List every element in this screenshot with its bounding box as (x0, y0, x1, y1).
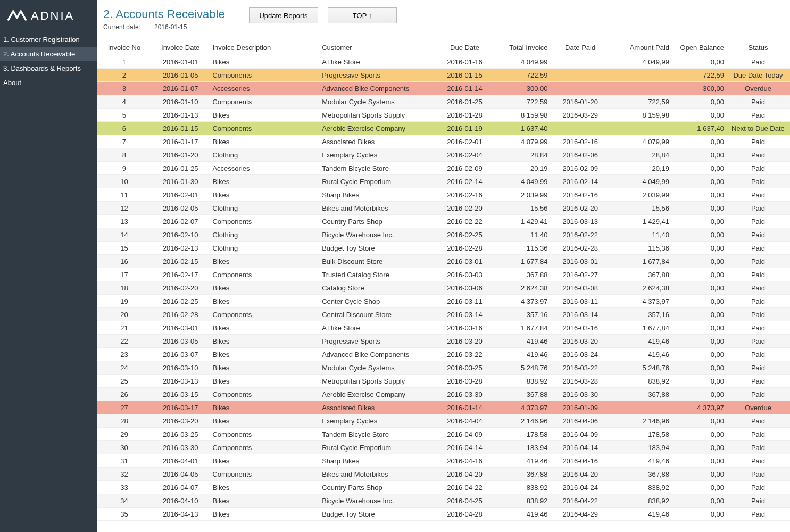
cell: 2016-04-22 (550, 494, 610, 508)
cell: 2016-02-09 (437, 162, 492, 175)
invoices-table-wrap: Invoice NoInvoice DateInvoice Descriptio… (97, 40, 790, 521)
table-row[interactable]: 292016-03-25ComponentsTandem Bicycle Sto… (97, 428, 790, 441)
page-title: 2. Accounts Receivable (103, 7, 249, 21)
cell: Components (209, 428, 319, 441)
nav-item-1[interactable]: 2. Accounts Receivable (0, 47, 97, 61)
cell: 419,46 (611, 348, 671, 361)
table-row[interactable]: 172016-02-17ComponentsTrusted Catalog St… (97, 268, 790, 281)
update-reports-button[interactable]: Update Reports (249, 7, 318, 23)
cell: 2016-02-14 (550, 175, 610, 188)
table-row[interactable]: 302016-03-30ComponentsRural Cycle Empori… (97, 441, 790, 454)
table-row[interactable]: 242016-03-10BikesModular Cycle Systems20… (97, 361, 790, 375)
table-row[interactable]: 342016-04-10BikesBicycle Warehouse Inc.2… (97, 494, 790, 508)
cell: Country Parts Shop (319, 481, 437, 494)
table-row[interactable]: 182016-02-20BikesCatalog Store2016-03-06… (97, 281, 790, 295)
cell: 5 248,76 (492, 361, 550, 375)
cell: 16 (97, 255, 152, 268)
cell: 28,84 (492, 148, 550, 162)
table-row[interactable]: 272016-03-17BikesAssociated Bikes2016-01… (97, 401, 790, 414)
col-header: Invoice Description (209, 40, 319, 55)
table-row[interactable]: 312016-04-01BikesSharp Bikes2016-04-1641… (97, 454, 790, 468)
table-row[interactable]: 202016-02-28ComponentsCentral Discount S… (97, 308, 790, 321)
cell: 2016-03-13 (550, 215, 610, 228)
table-row[interactable]: 42016-01-10ComponentsModular Cycle Syste… (97, 95, 790, 109)
cell: 2016-02-25 (152, 295, 210, 308)
table-row[interactable]: 22016-01-05ComponentsProgressive Sports2… (97, 69, 790, 82)
current-date-label: Current date: (103, 23, 146, 31)
cell: Paid (726, 454, 790, 468)
cell: 2016-03-20 (550, 335, 610, 348)
col-header: Invoice Date (152, 40, 210, 55)
cell: 2 (97, 69, 152, 82)
top-button[interactable]: TOP ↑ (328, 7, 397, 23)
cell: 0,00 (671, 428, 726, 441)
cell: 2016-02-13 (152, 242, 210, 255)
cell: Overdue (726, 401, 790, 414)
table-row[interactable]: 102016-01-30BikesRural Cycle Emporium201… (97, 175, 790, 188)
table-row[interactable]: 252016-03-13BikesMetropolitan Sports Sup… (97, 375, 790, 388)
table-row[interactable]: 52016-01-13BikesMetropolitan Sports Supp… (97, 109, 790, 122)
table-row[interactable]: 92016-01-25AccessoriesTandem Bicycle Sto… (97, 162, 790, 175)
top-label: TOP ↑ (353, 12, 372, 20)
table-row[interactable]: 322016-04-05ComponentsBikes and Motorbik… (97, 468, 790, 481)
table-row[interactable]: 192016-02-25BikesCenter Cycle Shop2016-0… (97, 295, 790, 308)
nav-item-2[interactable]: 3. Dashboards & Reports (0, 61, 97, 76)
cell: Paid (726, 109, 790, 122)
cell: 2016-04-04 (437, 414, 492, 428)
cell: 15,56 (492, 202, 550, 215)
table-row[interactable]: 282016-03-20BikesExemplary Cycles2016-04… (97, 414, 790, 428)
table-row[interactable]: 232016-03-07BikesAdvanced Bike Component… (97, 348, 790, 361)
cell: 0,00 (671, 454, 726, 468)
cell: 2016-01-14 (437, 82, 492, 95)
table-row[interactable]: 222016-03-05BikesProgressive Sports2016-… (97, 335, 790, 348)
cell: 419,46 (492, 508, 550, 521)
cell: Rural Cycle Emporium (319, 441, 437, 454)
table-row[interactable]: 332016-04-07BikesCountry Parts Shop2016-… (97, 481, 790, 494)
cell: 2016-03-11 (437, 295, 492, 308)
cell: 1 677,84 (611, 255, 671, 268)
cell: 5 248,76 (611, 361, 671, 375)
cell: 0,00 (671, 441, 726, 454)
table-row[interactable]: 262016-03-15ComponentsAerobic Exercise C… (97, 388, 790, 401)
cell: Aerobic Exercise Company (319, 122, 437, 135)
cell: 2016-02-22 (437, 215, 492, 228)
cell: 419,46 (492, 454, 550, 468)
cell: Paid (726, 508, 790, 521)
cell: 300,00 (671, 82, 726, 95)
cell: 0,00 (671, 215, 726, 228)
cell: 2016-03-30 (152, 441, 210, 454)
table-row[interactable]: 212016-03-01BikesA Bike Store2016-03-161… (97, 321, 790, 335)
table-row[interactable]: 12016-01-01BikesA Bike Store2016-01-164 … (97, 55, 790, 69)
table-row[interactable]: 132016-02-07ComponentsCountry Parts Shop… (97, 215, 790, 228)
cell: 35 (97, 508, 152, 521)
table-row[interactable]: 112016-02-01BikesSharp Bikes2016-02-162 … (97, 188, 790, 202)
cell: 367,88 (492, 388, 550, 401)
cell: 2016-03-11 (550, 295, 610, 308)
nav-item-3[interactable]: About (0, 76, 97, 90)
table-row[interactable]: 32016-01-07AccessoriesAdvanced Bike Comp… (97, 82, 790, 95)
cell: 2016-01-25 (437, 95, 492, 109)
cell: 2016-02-04 (437, 148, 492, 162)
table-row[interactable]: 152016-02-13ClothingBudget Toy Store2016… (97, 242, 790, 255)
cell: 17 (97, 268, 152, 281)
table-row[interactable]: 62016-01-15ComponentsAerobic Exercise Co… (97, 122, 790, 135)
table-row[interactable]: 82016-01-20ClothingExemplary Cycles2016-… (97, 148, 790, 162)
table-row[interactable]: 142016-02-10ClothingBicycle Warehouse In… (97, 228, 790, 242)
cell: 0,00 (671, 135, 726, 148)
cell: Tandem Bicycle Store (319, 428, 437, 441)
cell: 11,40 (611, 228, 671, 242)
col-header: Status (726, 40, 790, 55)
cell: 2016-01-30 (152, 175, 210, 188)
table-body: 12016-01-01BikesA Bike Store2016-01-164 … (97, 55, 790, 521)
cell: 2016-02-22 (550, 228, 610, 242)
cell: 4 079,99 (492, 135, 550, 148)
table-row[interactable]: 162016-02-15BikesBulk Discount Store2016… (97, 255, 790, 268)
table-row[interactable]: 122016-02-05ClothingBikes and Motorbikes… (97, 202, 790, 215)
cell: 2 146,96 (611, 414, 671, 428)
cell: 2016-03-20 (152, 414, 210, 428)
table-row[interactable]: 72016-01-17BikesAssociated Bikes2016-02-… (97, 135, 790, 148)
table-row[interactable]: 352016-04-13BikesBudget Toy Store2016-04… (97, 508, 790, 521)
cell (550, 55, 610, 69)
nav-item-0[interactable]: 1. Customer Registration (0, 32, 97, 47)
cell: Bikes (209, 414, 319, 428)
